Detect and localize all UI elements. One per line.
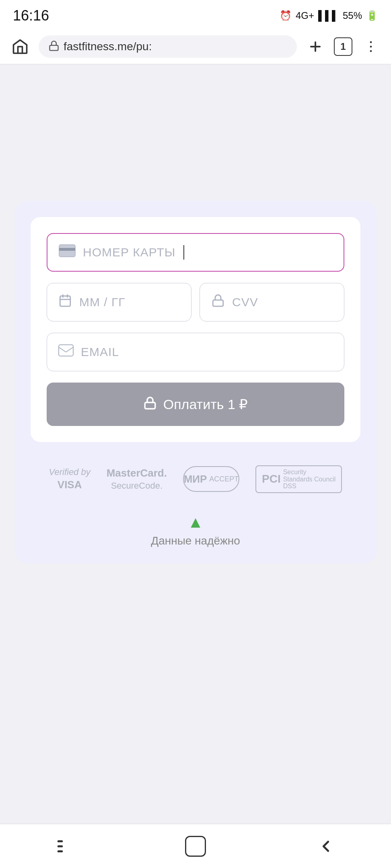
pci-text: PCI <box>262 473 281 485</box>
visa-by-text: Verified by <box>49 467 91 478</box>
cvv-lock-icon <box>211 294 225 311</box>
svg-rect-8 <box>60 296 70 307</box>
payment-form-card: НОМЕР КАРТЫ ММ / ГГ <box>31 217 360 442</box>
new-tab-button[interactable] <box>305 36 326 57</box>
svg-rect-0 <box>50 45 58 50</box>
svg-point-4 <box>370 45 372 47</box>
address-bar[interactable]: fastfitness.me/pu: <box>39 35 297 58</box>
tab-count[interactable]: 1 <box>334 37 352 56</box>
cvv-field[interactable]: CVV <box>200 283 344 321</box>
cvv-placeholder: CVV <box>232 295 258 309</box>
pay-lock-icon <box>143 396 157 413</box>
signal-icon: 4G+ <box>296 10 314 21</box>
pci-label-dss: DSS <box>283 483 296 490</box>
status-bar: 16:16 ⏰ 4G+ ▌▌▌ 55% 🔋 <box>0 0 391 29</box>
lock-icon <box>48 40 60 53</box>
page-content: НОМЕР КАРТЫ ММ / ГГ <box>0 64 391 868</box>
email-field[interactable]: EMAIL <box>47 333 344 371</box>
browser-url: fastfitness.me/pu: <box>64 40 152 53</box>
card-number-placeholder: НОМЕР КАРТЫ <box>83 246 175 259</box>
trust-badges: Verified by VISA MasterCard. SecureCode.… <box>31 461 360 497</box>
expiry-cvv-row: ММ / ГГ CVV <box>47 283 344 321</box>
pci-badge: PCI Security Standards Council DSS <box>255 465 342 493</box>
secure-shield-icon: ▲ <box>187 513 204 531</box>
pay-button-label: Оплатить 1 ₽ <box>163 396 248 412</box>
pay-button[interactable]: Оплатить 1 ₽ <box>47 383 344 426</box>
svg-rect-13 <box>59 345 73 356</box>
status-time: 16:16 <box>13 7 49 24</box>
battery-text: 55% <box>343 10 362 21</box>
mastercard-badge: MasterCard. SecureCode. <box>107 467 167 491</box>
nav-bar <box>0 824 391 868</box>
browser-bar: fastfitness.me/pu: 1 <box>0 29 391 64</box>
expiry-field[interactable]: ММ / ГГ <box>47 283 191 321</box>
network-icon: ⏰ <box>280 10 292 21</box>
email-icon <box>58 344 74 360</box>
visa-name-text: VISA <box>49 478 91 492</box>
mastercard-text: MasterCard. <box>107 467 167 480</box>
battery-icon: 🔋 <box>366 10 378 21</box>
svg-rect-12 <box>213 300 223 307</box>
signal-bars-icon: ▌▌▌ <box>318 10 339 21</box>
svg-point-5 <box>370 50 372 52</box>
svg-point-3 <box>370 41 372 43</box>
status-icons: ⏰ 4G+ ▌▌▌ 55% 🔋 <box>280 10 378 21</box>
browser-action-buttons: 1 <box>305 36 381 57</box>
nav-back-button[interactable] <box>310 830 342 862</box>
card-number-field[interactable]: НОМЕР КАРТЫ <box>47 233 344 272</box>
mastercard-sub-text: SecureCode. <box>107 480 167 492</box>
mir-accept-text: ACCEPT <box>209 475 239 483</box>
visa-badge: Verified by VISA <box>49 467 91 491</box>
secure-text: Данные надёжно <box>151 534 240 547</box>
mir-text: МИР <box>184 473 207 485</box>
expiry-placeholder: ММ / ГГ <box>79 295 125 309</box>
input-cursor <box>183 245 184 260</box>
payment-wrapper: НОМЕР КАРТЫ ММ / ГГ <box>14 201 377 563</box>
pci-label-security: Security <box>283 469 307 476</box>
calendar-icon <box>58 294 72 311</box>
card-icon <box>59 244 76 260</box>
pci-label-standards: Standards Council <box>283 476 336 483</box>
browser-home-button[interactable] <box>10 36 31 57</box>
svg-rect-14 <box>145 402 155 409</box>
mir-badge: МИР ACCEPT <box>183 466 239 492</box>
nav-home-icon <box>185 836 206 857</box>
nav-home-button[interactable] <box>179 830 212 862</box>
email-placeholder: EMAIL <box>81 345 119 359</box>
svg-rect-7 <box>59 248 75 251</box>
browser-menu-button[interactable] <box>360 36 381 57</box>
secure-note: ▲ Данные надёжно <box>31 497 360 547</box>
nav-menu-button[interactable] <box>49 830 81 862</box>
